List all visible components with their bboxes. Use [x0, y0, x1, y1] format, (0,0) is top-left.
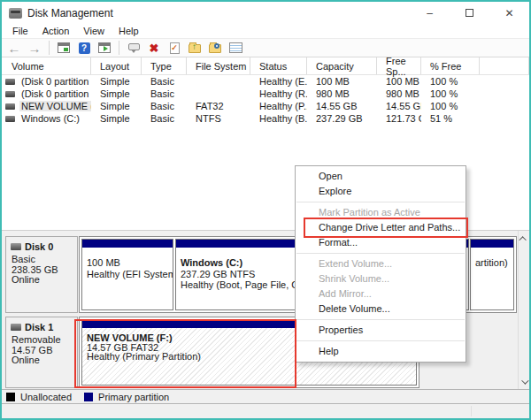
partition-efi[interactable]: 100 MB Healthy (EFI System: [81, 239, 173, 310]
toolbar: ← → ? ✖ ✓ ↑: [2, 38, 529, 57]
disk-management-app-icon: [9, 8, 22, 19]
folder-search-button[interactable]: [207, 40, 223, 56]
back-button[interactable]: ←: [6, 40, 22, 56]
help-button[interactable]: ?: [76, 40, 92, 56]
disk0-info-box[interactable]: Disk 0 Basic 238.35 GB Online: [5, 236, 78, 313]
minimize-button[interactable]: –: [410, 2, 450, 24]
menu-item-properties[interactable]: Properties: [296, 323, 466, 338]
menu-view[interactable]: View: [76, 26, 112, 36]
scroll-down-button[interactable]: [519, 376, 529, 388]
show-window-button[interactable]: [96, 40, 112, 56]
minimize-icon: –: [427, 7, 433, 19]
maximize-icon: [466, 9, 473, 17]
chevron-up-icon: [519, 236, 526, 243]
cell-capacity: 237.29 GB: [307, 113, 377, 124]
menu-separator: [296, 202, 465, 202]
check-document-icon: ✓: [170, 42, 180, 54]
column-header-type[interactable]: Type: [142, 57, 187, 74]
title-bar: Disk Management – ✕: [2, 2, 529, 24]
column-header-volume[interactable]: Volume: [2, 57, 91, 74]
partition-status: Healthy (EFI System: [87, 269, 173, 280]
volume-name: Windows (C:): [19, 113, 81, 124]
disk-status: Online: [6, 275, 77, 286]
cell-type: Basic: [142, 101, 187, 111]
menu-separator: [296, 319, 465, 320]
folder-up-icon: ↑: [189, 44, 201, 53]
menu-action[interactable]: Action: [35, 26, 77, 36]
menu-item-add-mirror: Add Mirror...: [296, 286, 466, 302]
disk-icon: [11, 324, 21, 331]
menu-item-help[interactable]: Help: [296, 344, 466, 359]
volume-icon: [5, 79, 15, 85]
column-header-layout[interactable]: Layout: [91, 57, 142, 74]
volume-name: (Disk 0 partition 1): [19, 76, 91, 87]
menu-help[interactable]: Help: [112, 26, 146, 36]
scroll-up-button[interactable]: [519, 233, 529, 245]
volume-icon: [5, 91, 15, 97]
menu-item-extend-volume: Extend Volume...: [296, 256, 466, 271]
close-icon: ✕: [504, 7, 513, 19]
annotation-box-change-drive-letter: [304, 218, 468, 238]
cell-layout: Simple: [91, 88, 142, 99]
cell-layout: Simple: [91, 101, 142, 111]
legend-label-unallocated: Unallocated: [20, 392, 72, 402]
maximize-button[interactable]: [450, 2, 489, 24]
toolbar-separator: [119, 41, 119, 55]
window-title: Disk Management: [27, 7, 113, 19]
column-header-free-space[interactable]: Free Sp...: [377, 57, 421, 74]
volume-icon: [5, 116, 15, 122]
cell-capacity: 100 MB: [307, 76, 377, 87]
disk-status: Online: [6, 355, 77, 366]
console-window-icon: [58, 42, 70, 53]
cell-capacity: 980 MB: [307, 88, 377, 99]
folder-search-icon: [209, 44, 221, 53]
disk1-info-box[interactable]: Disk 1 Removable 14.57 GB Online: [5, 317, 78, 388]
delete-volume-button[interactable]: ✖: [146, 40, 162, 56]
chevron-down-icon: [521, 377, 528, 384]
column-header-pct-free[interactable]: % Free: [421, 57, 480, 74]
cell-status: Healthy (E...: [250, 76, 307, 87]
column-header-capacity[interactable]: Capacity: [307, 57, 377, 74]
details-button[interactable]: [227, 40, 243, 56]
column-header-status[interactable]: Status: [250, 57, 307, 74]
table-row[interactable]: Windows (C:) Simple Basic NTFS Healthy (…: [2, 112, 529, 125]
annotation-box-new-volume-partition: [74, 319, 296, 388]
menu-bar: File Action View Help: [2, 24, 529, 38]
disk-icon: [11, 243, 21, 250]
column-header-file-system[interactable]: File System: [187, 57, 250, 74]
menu-separator: [296, 340, 465, 341]
partition-status: artition): [475, 257, 513, 269]
table-row-selected[interactable]: NEW VOLUME (F:) Simple Basic FAT32 Healt…: [2, 100, 529, 112]
vertical-scrollbar[interactable]: [518, 231, 529, 390]
popup-button[interactable]: [126, 40, 142, 56]
cell-file-system: NTFS: [187, 113, 250, 124]
forward-icon: →: [28, 42, 42, 55]
menu-item-open[interactable]: Open: [296, 169, 466, 184]
delete-icon: ✖: [150, 42, 159, 54]
table-row[interactable]: (Disk 0 partition 1) Simple Basic Health…: [2, 75, 529, 88]
help-icon: ?: [79, 42, 90, 54]
menu-item-delete-volume[interactable]: Delete Volume...: [296, 302, 466, 317]
disk-name: Disk 1: [25, 322, 53, 332]
toolbar-separator: [49, 41, 50, 55]
console-window-button[interactable]: [56, 40, 72, 56]
cell-file-system: FAT32: [187, 101, 250, 111]
partition-recovery[interactable]: artition): [470, 239, 514, 310]
close-button[interactable]: ✕: [489, 2, 529, 24]
cell-free-space: 100 MB: [377, 76, 421, 87]
menu-item-explore[interactable]: Explore: [296, 184, 466, 199]
menu-item-shrink-volume: Shrink Volume...: [296, 271, 466, 286]
table-row[interactable]: (Disk 0 partition 4) Simple Basic Health…: [2, 88, 529, 100]
column-header-filler: [480, 57, 529, 74]
status-bar-divider: [471, 406, 472, 416]
cell-pct-free: 100 %: [421, 101, 480, 111]
menu-file[interactable]: File: [5, 26, 35, 36]
details-icon: [229, 42, 242, 53]
check-document-button[interactable]: ✓: [166, 40, 182, 56]
forward-button[interactable]: →: [27, 40, 42, 56]
folder-up-button[interactable]: ↑: [187, 40, 203, 56]
disk-kind: Removable: [6, 335, 77, 346]
disk-management-window: Disk Management – ✕ File Action View Hel…: [0, 0, 531, 420]
cell-type: Basic: [142, 88, 187, 99]
legend-bar: Unallocated Primary partition: [2, 389, 529, 404]
